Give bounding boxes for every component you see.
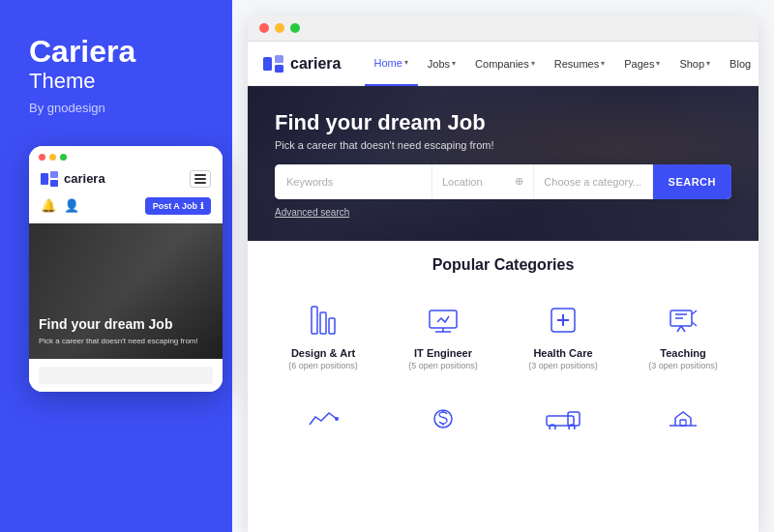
mobile-hero-subtitle: Pick a career that doesn't need escaping… bbox=[39, 337, 213, 346]
teaching-count: (3 open positions) bbox=[648, 361, 718, 370]
hero-title: Find your dream Job bbox=[275, 110, 731, 135]
health-care-count: (3 open positions) bbox=[528, 361, 598, 370]
mobile-logo-icon bbox=[41, 171, 60, 187]
nav-link-jobs[interactable]: Jobs ▾ bbox=[418, 42, 465, 86]
svg-rect-8 bbox=[329, 318, 335, 334]
health-care-icon bbox=[542, 299, 584, 341]
nav-link-resumes[interactable]: Resumes ▾ bbox=[545, 42, 614, 86]
svg-rect-26 bbox=[547, 416, 574, 426]
category-card-it[interactable]: IT Engineer (5 open positions) bbox=[387, 289, 499, 380]
nav-link-blog[interactable]: Blog bbox=[720, 42, 759, 86]
hero-section: Find your dream Job Pick a career that d… bbox=[248, 86, 759, 241]
mobile-dot-yellow bbox=[49, 154, 56, 161]
categories-section: Popular Categories Design & Art (6 open … bbox=[248, 241, 759, 532]
desktop-logo: cariera bbox=[263, 55, 342, 73]
categories-grid-bottom bbox=[267, 392, 739, 446]
category-card-finance[interactable] bbox=[387, 392, 499, 446]
category-card-construction[interactable] bbox=[627, 392, 739, 446]
hamburger-line-2 bbox=[194, 178, 206, 180]
svg-rect-6 bbox=[312, 307, 317, 334]
construction-icon bbox=[662, 398, 704, 440]
brand-author: By gnodesign bbox=[29, 101, 203, 115]
shop-chevron-icon: ▾ bbox=[706, 59, 710, 68]
search-location-field[interactable]: Location ⊕ bbox=[432, 164, 534, 199]
marketing-icon bbox=[302, 398, 344, 440]
hamburger-line-1 bbox=[194, 174, 206, 176]
category-card-health[interactable]: Health Care (3 open positions) bbox=[507, 289, 619, 380]
mobile-dot-green bbox=[60, 154, 67, 161]
svg-rect-2 bbox=[50, 180, 58, 187]
transport-icon bbox=[542, 398, 584, 440]
svg-line-21 bbox=[681, 326, 685, 332]
search-category-select[interactable]: Choose a category... bbox=[534, 164, 652, 199]
mobile-hero-content: Find your dream Job Pick a career that d… bbox=[39, 316, 213, 346]
category-card-transport[interactable] bbox=[507, 392, 619, 446]
mobile-hamburger-button[interactable] bbox=[190, 170, 211, 188]
browser-dot-yellow bbox=[275, 23, 284, 33]
svg-rect-5 bbox=[275, 65, 283, 73]
svg-rect-1 bbox=[50, 171, 58, 178]
home-chevron-icon: ▾ bbox=[404, 58, 408, 67]
nav-links: Home ▾ Jobs ▾ Companies ▾ Resumes ▾ Page… bbox=[365, 42, 759, 86]
mobile-mockup: cariera 🔔 👤 Post A Job ℹ Find bbox=[29, 146, 223, 392]
mobile-post-job-button[interactable]: Post A Job ℹ bbox=[145, 197, 211, 215]
brand-name: Cariera bbox=[29, 35, 203, 69]
nav-link-shop[interactable]: Shop ▾ bbox=[670, 42, 720, 86]
brand-subtitle: Theme bbox=[29, 69, 203, 94]
desktop-logo-icon bbox=[263, 55, 284, 73]
teaching-label: Teaching bbox=[660, 347, 705, 359]
svg-line-20 bbox=[677, 326, 681, 332]
mobile-logo-text: cariera bbox=[64, 171, 105, 186]
mobile-logo: cariera bbox=[41, 171, 105, 187]
design-art-icon bbox=[302, 299, 344, 341]
browser-dot-red bbox=[259, 23, 269, 33]
mobile-bottom bbox=[29, 359, 223, 392]
desktop-nav: cariera Home ▾ Jobs ▾ Companies ▾ Resume… bbox=[248, 42, 759, 86]
categories-grid: Design & Art (6 open positions) IT Engin… bbox=[267, 289, 739, 380]
mobile-dot-red bbox=[39, 154, 45, 161]
category-card-marketing[interactable] bbox=[267, 392, 379, 446]
browser-mockup: cariera Home ▾ Jobs ▾ Companies ▾ Resume… bbox=[248, 15, 759, 532]
hero-subtitle: Pick a career that doesn't need escaping… bbox=[275, 139, 731, 151]
svg-rect-7 bbox=[320, 312, 326, 334]
companies-chevron-icon: ▾ bbox=[531, 59, 535, 68]
mobile-action-row: 🔔 👤 Post A Job ℹ bbox=[39, 192, 213, 219]
mobile-bell-icon[interactable]: 🔔 bbox=[41, 198, 56, 213]
svg-rect-3 bbox=[263, 57, 272, 71]
nav-link-pages[interactable]: Pages ▾ bbox=[614, 42, 670, 86]
mobile-window-dots bbox=[39, 154, 213, 161]
nav-link-home[interactable]: Home ▾ bbox=[365, 42, 418, 86]
svg-rect-0 bbox=[41, 173, 48, 185]
resumes-chevron-icon: ▾ bbox=[601, 59, 605, 68]
it-engineer-icon bbox=[422, 299, 464, 341]
search-bar: Location ⊕ Choose a category... SEARCH bbox=[275, 164, 731, 199]
category-card-teaching[interactable]: Teaching (3 open positions) bbox=[627, 289, 739, 380]
hamburger-line-3 bbox=[194, 182, 206, 184]
svg-rect-4 bbox=[275, 55, 283, 63]
teaching-icon bbox=[662, 299, 704, 341]
left-panel: Cariera Theme By gnodesign cariera bbox=[0, 0, 232, 532]
mobile-topbar: cariera 🔔 👤 Post A Job ℹ bbox=[29, 146, 223, 223]
svg-point-29 bbox=[569, 425, 575, 429]
search-keywords-input[interactable] bbox=[275, 164, 432, 199]
search-button[interactable]: SEARCH bbox=[653, 164, 731, 199]
categories-title: Popular Categories bbox=[267, 256, 739, 274]
pages-chevron-icon: ▾ bbox=[656, 59, 660, 68]
browser-topbar bbox=[248, 15, 759, 42]
mobile-nav: cariera bbox=[39, 166, 213, 192]
it-engineer-count: (5 open positions) bbox=[408, 361, 478, 370]
mobile-hero: Find your dream Job Pick a career that d… bbox=[29, 223, 223, 359]
mobile-user-icon[interactable]: 👤 bbox=[64, 198, 79, 213]
category-card-design[interactable]: Design & Art (6 open positions) bbox=[267, 289, 379, 380]
desktop-logo-text: cariera bbox=[290, 55, 342, 73]
design-art-label: Design & Art bbox=[291, 347, 355, 359]
svg-point-22 bbox=[335, 417, 339, 421]
advanced-search-link[interactable]: Advanced search bbox=[275, 207, 731, 218]
health-care-label: Health Care bbox=[533, 347, 592, 359]
it-engineer-label: IT Engineer bbox=[414, 347, 472, 359]
location-target-icon: ⊕ bbox=[515, 175, 523, 188]
nav-link-companies[interactable]: Companies ▾ bbox=[465, 42, 545, 86]
right-panel: cariera Home ▾ Jobs ▾ Companies ▾ Resume… bbox=[232, 0, 774, 532]
hero-content: Find your dream Job Pick a career that d… bbox=[248, 86, 759, 241]
svg-point-28 bbox=[550, 425, 555, 429]
